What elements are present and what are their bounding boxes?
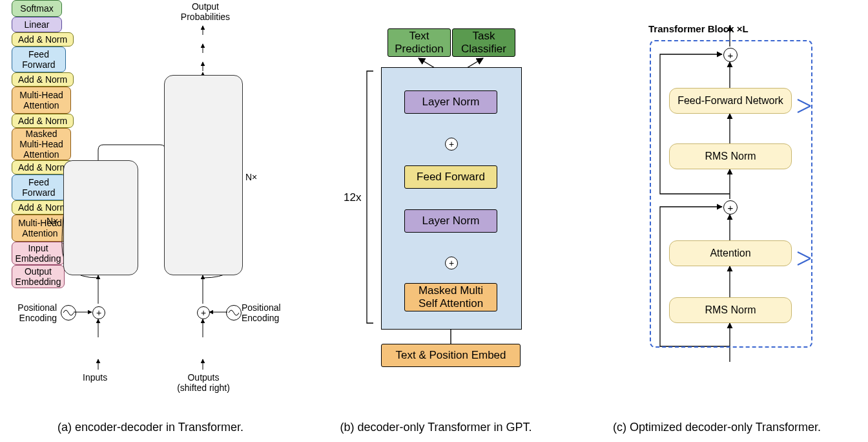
- panel-c: Transformer Block ×L + Feed-Forward Netw…: [588, 0, 859, 403]
- inputs-label: Inputs: [83, 372, 107, 383]
- caption-a: (a) encoder-decoder in Transformer.: [18, 421, 283, 434]
- plus-icon: +: [92, 306, 105, 319]
- plus-icon: +: [723, 200, 738, 215]
- outputs-label: Outputs (shifted right): [177, 372, 230, 393]
- nx-left-label: N×: [46, 216, 58, 226]
- dec-addnorm-3: Add & Norm: [12, 32, 74, 47]
- plus-icon: +: [445, 138, 458, 151]
- dec-masked-mha: Masked Multi-Head Attention: [12, 128, 71, 160]
- dec-ff: Feed Forward: [12, 47, 66, 72]
- layer-norm-1-box: Layer Norm: [404, 209, 497, 233]
- encoder-stack: [63, 160, 138, 275]
- figure: Output Probabilities Softmax Linear Add …: [0, 0, 868, 442]
- attention-box: Attention: [669, 240, 792, 266]
- dec-addnorm-2: Add & Norm: [12, 72, 74, 87]
- output-probabilities-label: Output Probabilities: [173, 1, 238, 22]
- ffn-box: Feed-Forward Network: [669, 88, 792, 114]
- input-embedding-box: Input Embedding: [12, 242, 65, 265]
- transformer-block-title: Transformer Block ×L: [648, 23, 749, 34]
- dec-mha: Multi-Head Attention: [12, 87, 71, 114]
- layer-norm-2-box: Layer Norm: [404, 90, 497, 114]
- enc-ff: Feed Forward: [12, 174, 66, 200]
- feed-forward-box: Feed Forward: [404, 165, 497, 189]
- pos-enc-right-label: Positional Encoding: [242, 302, 281, 323]
- plus-icon: +: [197, 306, 210, 319]
- masked-self-attention-box: Masked Multi Self Attention: [404, 283, 497, 311]
- rms-norm-1-box: RMS Norm: [669, 297, 792, 323]
- plus-icon: +: [723, 48, 738, 62]
- task-classifier-box: Task Classifier: [452, 28, 515, 57]
- decoder-stack: [164, 75, 243, 275]
- rms-norm-2-box: RMS Norm: [669, 143, 792, 169]
- dec-addnorm-1: Add & Norm: [12, 114, 74, 128]
- text-prediction-box: Text Prediction: [388, 28, 451, 57]
- text-position-embed-box: Text & Position Embed: [381, 344, 521, 367]
- repeat-12x-label: 12x: [344, 191, 361, 204]
- output-embedding-box: Output Embedding: [12, 265, 65, 288]
- panel-b: Text Prediction Task Classifier Layer No…: [304, 0, 568, 403]
- softmax-box: Softmax: [12, 0, 62, 17]
- linear-box: Linear: [12, 17, 62, 32]
- caption-c: (c) Optimized decoder-only Transformer.: [575, 421, 859, 434]
- sine-icon: [226, 305, 242, 321]
- sine-icon: [61, 305, 76, 321]
- enc-mha: Multi-Head Attention: [12, 215, 68, 242]
- caption-b: (b) decoder-only Transformer in GPT.: [304, 421, 568, 434]
- panel-a: Output Probabilities Softmax Linear Add …: [12, 0, 289, 403]
- pos-enc-left-label: Positional Encoding: [12, 302, 57, 323]
- nx-right-label: N×: [245, 172, 257, 182]
- plus-icon: +: [445, 257, 458, 269]
